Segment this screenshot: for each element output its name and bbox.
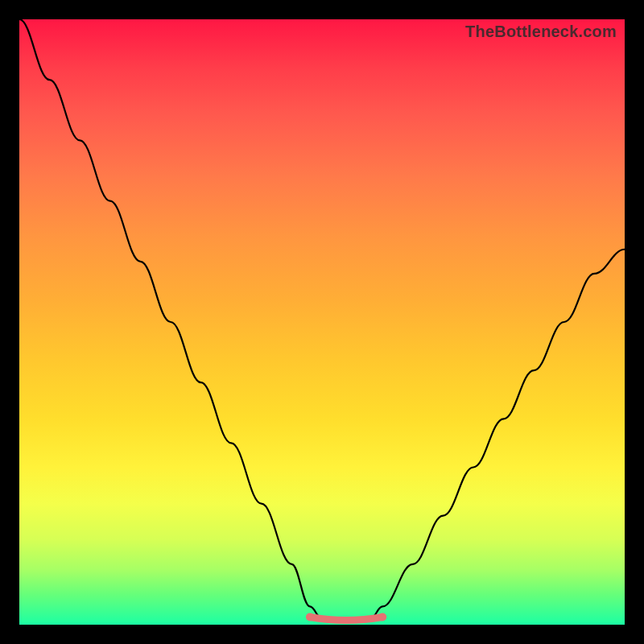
- bottom-band-dot-right: [378, 613, 386, 621]
- plot-area: TheBottleneck.com: [19, 19, 625, 625]
- chart-frame: TheBottleneck.com: [19, 19, 625, 625]
- bottleneck-curve-svg: [19, 19, 625, 625]
- bottom-band-dot-left: [306, 613, 314, 621]
- bottom-band-segment: [310, 617, 382, 620]
- bottleneck-curve-line: [19, 19, 625, 621]
